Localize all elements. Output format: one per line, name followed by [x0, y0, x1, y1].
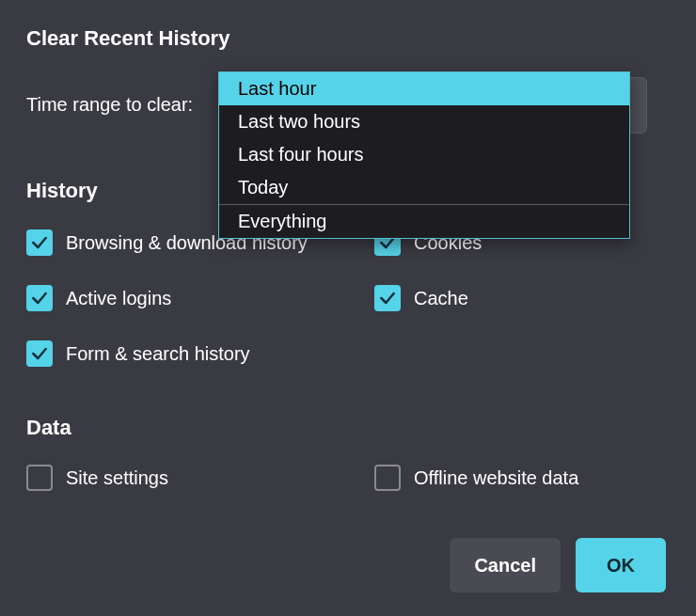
check-icon: [30, 344, 49, 363]
time-range-label: Time range to clear:: [26, 94, 193, 116]
checkbox-label-form: Form & search history: [66, 343, 250, 365]
dialog-title: Clear Recent History: [26, 26, 229, 51]
checkbox-site[interactable]: [26, 465, 53, 491]
checkbox-row-offline[interactable]: Offline website data: [374, 465, 578, 491]
checkbox-row-site[interactable]: Site settings: [26, 465, 168, 491]
check-icon: [378, 289, 397, 308]
checkbox-logins[interactable]: [26, 285, 53, 311]
checkbox-form[interactable]: [26, 340, 53, 367]
ok-button[interactable]: OK: [576, 538, 666, 592]
time-range-row: Time range to clear:: [26, 94, 193, 116]
section-title-data: Data: [26, 416, 71, 440]
dropdown-option-everything[interactable]: Everything: [219, 205, 629, 238]
dropdown-option-last-hour[interactable]: Last hour: [219, 72, 629, 105]
cancel-button[interactable]: Cancel: [450, 538, 561, 592]
dialog-buttons: Cancel OK: [450, 538, 666, 592]
dropdown-option-last-two-hours[interactable]: Last two hours: [219, 105, 629, 138]
checkbox-cache[interactable]: [374, 285, 401, 311]
checkbox-label-cache: Cache: [414, 288, 468, 309]
checkbox-offline[interactable]: [374, 465, 401, 491]
checkbox-label-offline: Offline website data: [414, 467, 578, 489]
section-title-history: History: [26, 179, 98, 203]
checkbox-row-cache[interactable]: Cache: [374, 285, 468, 311]
dropdown-option-today[interactable]: Today: [219, 171, 629, 204]
checkbox-label-site: Site settings: [66, 467, 168, 489]
time-range-dropdown[interactable]: Last hour Last two hours Last four hours…: [218, 71, 630, 239]
checkbox-row-logins[interactable]: Active logins: [26, 285, 171, 311]
check-icon: [30, 289, 49, 308]
dropdown-option-last-four-hours[interactable]: Last four hours: [219, 138, 629, 171]
checkbox-row-form[interactable]: Form & search history: [26, 340, 250, 367]
check-icon: [30, 233, 49, 252]
checkbox-label-logins: Active logins: [66, 288, 171, 309]
checkbox-browsing[interactable]: [26, 229, 53, 256]
